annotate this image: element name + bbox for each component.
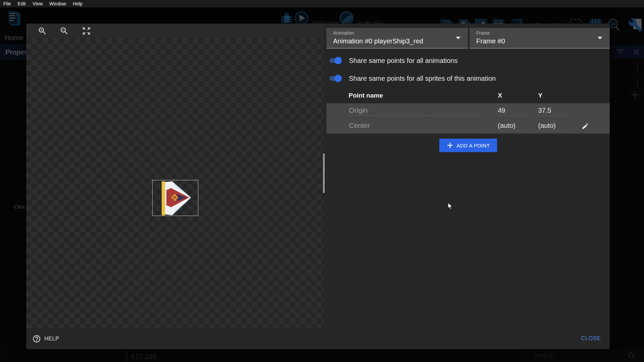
- column-header-x: X: [498, 92, 502, 99]
- sprite-canvas[interactable]: [26, 38, 323, 328]
- point-row-center: Center (auto) (auto): [326, 118, 610, 134]
- toggle-share-all-animations[interactable]: [328, 57, 342, 65]
- column-header-point-name: Point name: [349, 92, 383, 99]
- menu-item-help[interactable]: Help: [70, 1, 86, 6]
- toggle-thumb: [334, 57, 342, 64]
- point-y-field[interactable]: 37.5: [538, 107, 568, 116]
- pencil-icon: [581, 122, 589, 130]
- point-name-field[interactable]: Center: [349, 121, 481, 131]
- share-points-sprites-row: Share same points for all sprites of thi…: [328, 72, 496, 85]
- chevron-down-icon: [456, 37, 460, 39]
- dialog-footer: HELP CLOSE: [26, 328, 610, 349]
- sprite-preview-area: [26, 24, 323, 328]
- column-header-y: Y: [538, 92, 542, 99]
- animation-select-value: Animation #0 playerShip3_red: [333, 37, 423, 45]
- toggle-thumb: [334, 75, 342, 82]
- frame-select-value: Frame #0: [476, 37, 505, 45]
- plus-icon: [447, 142, 453, 149]
- chevron-down-icon: [598, 37, 602, 39]
- preview-toolbar: [26, 24, 323, 38]
- frame-select[interactable]: Frame Frame #0: [470, 28, 610, 48]
- menu-item-file[interactable]: File: [0, 1, 14, 6]
- animation-select[interactable]: Animation Animation #0 playerShip3_red: [326, 28, 468, 48]
- point-x-field[interactable]: (auto): [498, 122, 528, 131]
- toggle-share-all-sprites[interactable]: [328, 74, 342, 82]
- menu-item-view[interactable]: View: [29, 1, 46, 6]
- add-point-button-label: ADD A POINT: [457, 143, 490, 148]
- toggle-label: Share same points for all animations: [349, 57, 458, 65]
- animation-select-label: Animation: [333, 30, 354, 36]
- app-window: PREVIEW PUBLISH: [0, 0, 644, 362]
- share-points-animations-row: Share same points for all animations: [328, 54, 458, 67]
- point-x-field[interactable]: 49: [498, 107, 528, 116]
- menu-item-window[interactable]: Window: [46, 1, 70, 6]
- zoom-out-icon[interactable]: [59, 26, 69, 36]
- edit-point-button[interactable]: [579, 120, 591, 132]
- help-icon: [32, 334, 41, 343]
- help-button[interactable]: HELP: [32, 333, 59, 345]
- add-point-button[interactable]: ADD A POINT: [439, 139, 497, 152]
- menu-item-edit[interactable]: Edit: [14, 1, 29, 6]
- sprite-selection-box: [152, 180, 198, 216]
- fit-to-screen-icon[interactable]: [82, 26, 91, 36]
- edit-points-dialog: Animation Animation #0 playerShip3_red F…: [26, 24, 610, 349]
- toggle-label: Share same points for all sprites of thi…: [349, 75, 496, 82]
- help-button-label: HELP: [44, 336, 59, 342]
- point-name-field[interactable]: Origin: [349, 106, 481, 116]
- point-y-field[interactable]: (auto): [538, 122, 568, 131]
- player-ship-sprite: [153, 180, 199, 216]
- zoom-in-icon[interactable]: [38, 26, 47, 36]
- frame-select-label: Frame: [476, 30, 490, 36]
- points-panel: Animation Animation #0 playerShip3_red F…: [326, 24, 610, 328]
- close-button[interactable]: CLOSE: [581, 335, 601, 341]
- canvas-scrollbar-thumb[interactable]: [323, 153, 325, 193]
- mouse-cursor: [448, 203, 453, 210]
- point-row-origin: Origin 49 37.5: [326, 103, 610, 118]
- menu-bar: File Edit View Window Help: [0, 0, 644, 7]
